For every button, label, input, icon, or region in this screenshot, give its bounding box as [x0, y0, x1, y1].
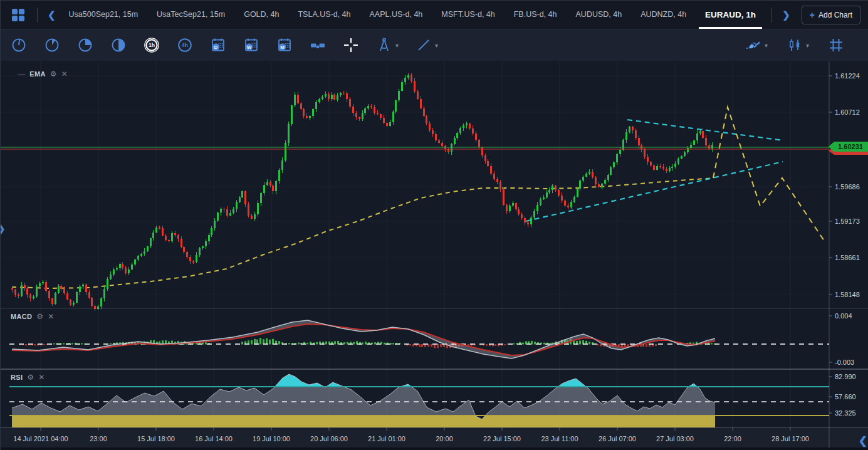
compass-tool-icon: [376, 37, 392, 53]
time-axis-label: 23:00: [90, 435, 107, 442]
timeframe-weekly-icon: W: [243, 37, 259, 53]
ema-settings-icon[interactable]: ⚙: [50, 70, 57, 78]
rsi-axis-label: 82.990: [835, 373, 856, 380]
tab-audnzd-4h[interactable]: AUDNZD, 4h: [641, 1, 686, 29]
timeframe-monthly-icon: M: [276, 37, 293, 53]
timeframe-4h-button[interactable]: 4h: [177, 37, 193, 53]
rsi-axis-label: 57.660: [835, 393, 856, 400]
macd-axis-label: 0.004: [835, 312, 852, 320]
add-icon: +: [810, 10, 815, 20]
time-axis-label: 26 Jul 07:00: [599, 435, 636, 442]
tab-usa500sep21-15m[interactable]: Usa500Sep21, 15m: [69, 1, 139, 29]
price-axis-label: 1.59173: [835, 217, 860, 225]
tab-gold-4h[interactable]: GOLD, 4h: [244, 1, 279, 29]
time-axis-label: 27 Jul 03:00: [656, 435, 694, 442]
price-axis-label: 1.58148: [835, 291, 860, 298]
crosshair-button[interactable]: [343, 37, 359, 53]
caret-down-icon[interactable]: ▾: [806, 42, 809, 49]
time-axis-label: 15 Jul 18:00: [137, 435, 175, 442]
tabs-scroll-left-icon[interactable]: ❮: [44, 9, 60, 21]
macd-settings-icon[interactable]: ⚙: [36, 312, 43, 321]
svg-text:4h: 4h: [182, 42, 188, 48]
trading-platform-window: ❮ Usa500Sep21, 15mUsaTecSep21, 15mGOLD, …: [0, 0, 868, 450]
rsi-indicator-label: RSI ⚙ ✕: [11, 373, 45, 382]
caret-down-icon[interactable]: ▾: [765, 42, 768, 49]
grid-settings-icon: [828, 37, 844, 53]
time-axis-label: 23 Jul 11:00: [541, 435, 578, 442]
price-axis-label: 1.60712: [835, 108, 860, 116]
timeframe-1h-button[interactable]: 1h: [144, 37, 160, 53]
timeframe-daily-button[interactable]: D: [210, 37, 226, 53]
timeframe-1m-icon: [11, 37, 27, 53]
indicators-icon: [745, 37, 761, 53]
ema-line-swatch: —: [18, 70, 25, 78]
timeframe-15m-button[interactable]: [77, 37, 93, 53]
timeframe-5m-button[interactable]: [44, 37, 60, 53]
macd-axis-label: -0.003: [835, 358, 854, 366]
time-axis-label: 14 Jul 2021 04:00: [13, 435, 68, 442]
ema-label-text: EMA: [29, 70, 45, 78]
compass-tool-button[interactable]: ▾: [376, 37, 399, 53]
macd-label-text: MACD: [11, 313, 32, 320]
tab-fb-us-d-4h[interactable]: FB.US-d, 4h: [514, 1, 557, 29]
right-panel-expand-icon[interactable]: ❮: [859, 434, 867, 447]
time-axis-label: 22 Jul 15:00: [483, 435, 521, 442]
toolbar-right-group: ▾▾: [745, 37, 844, 53]
chart-type-candles-button[interactable]: ▾: [787, 37, 809, 53]
tabs-scroll-right-icon[interactable]: ❯: [778, 9, 794, 21]
svg-text:W: W: [247, 44, 252, 50]
chart-type-candles-icon: [787, 37, 803, 53]
crosshair-icon: [343, 37, 359, 53]
left-panel-expand-icon[interactable]: ❯: [0, 223, 6, 234]
grid-settings-button[interactable]: [828, 37, 844, 53]
range-bars-button[interactable]: [310, 37, 326, 53]
add-chart-button[interactable]: + Add Chart: [802, 6, 860, 24]
tab-aapl-us-d-4h[interactable]: AAPL.US-d, 4h: [370, 1, 423, 29]
tab-usatecsep21-15m[interactable]: UsaTecSep21, 15m: [157, 1, 225, 29]
trendline-tool-icon: [416, 37, 432, 53]
apps-grid-glyph: [11, 8, 26, 23]
rsi-label-text: RSI: [11, 374, 23, 381]
ema-close-icon[interactable]: ✕: [61, 70, 68, 78]
macd-close-icon[interactable]: ✕: [48, 312, 54, 321]
tab-list: Usa500Sep21, 15mUsaTecSep21, 15mGOLD, 4h…: [60, 1, 766, 29]
timeframe-5m-icon: [44, 37, 60, 53]
timeframe-monthly-button[interactable]: M: [276, 37, 293, 53]
svg-text:M: M: [280, 44, 285, 50]
timeframe-1m-button[interactable]: [11, 37, 27, 53]
caret-down-icon[interactable]: ▾: [395, 42, 399, 49]
rsi-close-icon[interactable]: ✕: [38, 373, 44, 382]
tab-msft-us-d-4h[interactable]: MSFT.US-d, 4h: [441, 1, 494, 29]
toolbar-left-group: 1h4hDWM▾▾: [11, 37, 438, 53]
price-axis-label: 1.58661: [835, 254, 860, 261]
macd-indicator-label: MACD ⚙ ✕: [11, 312, 55, 321]
time-axis-label: 22:00: [724, 435, 741, 442]
apps-grid-icon[interactable]: [11, 7, 27, 23]
svg-text:1h: 1h: [149, 42, 155, 48]
rsi-axis-label: 32.325: [835, 409, 856, 417]
divider: [771, 8, 772, 23]
caret-down-icon[interactable]: ▾: [435, 42, 438, 49]
price-chart-canvas[interactable]: 1.612241.607121.596861.591731.586611.581…: [1, 61, 868, 450]
timeframe-30m-button[interactable]: [110, 37, 127, 53]
tab-audusd-4h[interactable]: AUDUSD, 4h: [576, 1, 622, 29]
time-axis-label: 28 Jul 17:00: [771, 435, 809, 442]
timeframe-weekly-button[interactable]: W: [243, 37, 259, 53]
rsi-settings-icon[interactable]: ⚙: [27, 373, 34, 382]
chart-area[interactable]: 1.612241.607121.596861.591731.586611.581…: [1, 61, 868, 450]
timeframe-daily-icon: D: [210, 37, 226, 53]
price-axis-label: 1.59686: [835, 183, 860, 191]
tab-euraud-1h[interactable]: EURAUD, 1h: [705, 1, 756, 29]
time-axis-label: 19 Jul 10:00: [253, 435, 290, 442]
trendline-tool-button[interactable]: ▾: [416, 37, 438, 53]
timeframe-1h-icon: 1h: [144, 37, 160, 53]
svg-text:D: D: [214, 44, 218, 50]
timeframe-30m-icon: [110, 37, 127, 53]
tab-bar: ❮ Usa500Sep21, 15mUsaTecSep21, 15mGOLD, …: [1, 1, 868, 29]
divider: [37, 8, 38, 23]
time-axis-label: 20 Jul 06:00: [310, 435, 348, 442]
ema-indicator-label: — EMA ⚙ ✕: [18, 70, 68, 78]
indicators-button[interactable]: ▾: [745, 37, 768, 53]
add-chart-label: Add Chart: [818, 11, 852, 19]
tab-tsla-us-d-4h[interactable]: TSLA.US-d, 4h: [298, 1, 350, 29]
